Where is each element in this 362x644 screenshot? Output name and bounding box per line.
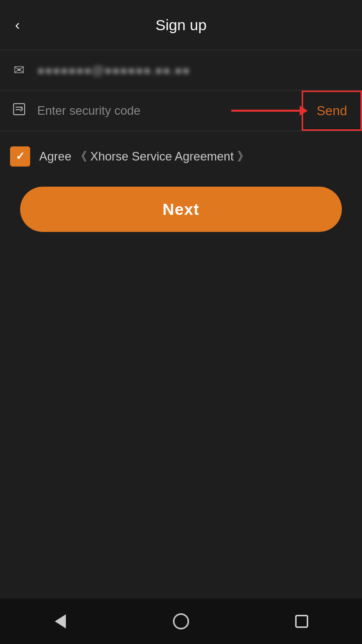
- arrow-annotation: [231, 110, 302, 112]
- email-value: ●●●●●●●@●●●●●●.●●.●●: [37, 63, 352, 77]
- recent-nav-icon: [295, 615, 308, 628]
- nav-recent-button[interactable]: [287, 606, 317, 636]
- security-code-input[interactable]: [37, 91, 231, 131]
- nav-back-button[interactable]: [45, 606, 75, 636]
- page-title: Sign up: [155, 17, 207, 34]
- nav-home-button[interactable]: [166, 606, 196, 636]
- next-button[interactable]: Next: [20, 187, 342, 232]
- code-row: Send: [0, 91, 362, 131]
- send-button[interactable]: Send: [302, 91, 362, 131]
- top-bar: ‹ Sign up: [0, 0, 362, 50]
- back-button[interactable]: ‹: [15, 18, 20, 32]
- next-button-wrap: Next: [0, 182, 362, 252]
- agree-text: Agree 《 Xhorse Service Agreement 》: [39, 148, 249, 165]
- code-icon: [10, 102, 28, 120]
- bottom-nav: [0, 599, 362, 644]
- spacer: [0, 252, 362, 599]
- email-icon: ✉: [10, 62, 28, 78]
- home-nav-icon: [173, 613, 189, 629]
- back-nav-icon: [55, 614, 66, 628]
- checkmark-icon: ✓: [16, 150, 25, 163]
- arrow-line: [231, 110, 302, 112]
- agree-row: ✓ Agree 《 Xhorse Service Agreement 》: [0, 131, 362, 182]
- email-row: ✉ ●●●●●●●@●●●●●●.●●.●●: [0, 50, 362, 91]
- agree-checkbox[interactable]: ✓: [10, 146, 30, 167]
- service-agreement-link[interactable]: 《 Xhorse Service Agreement 》: [75, 149, 249, 163]
